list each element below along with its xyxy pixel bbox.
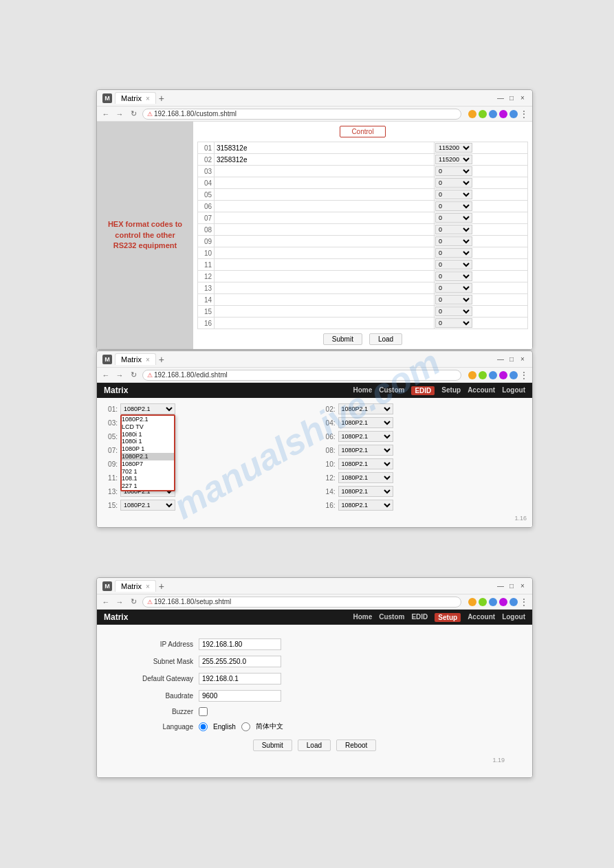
refresh-btn-2[interactable]: ↻: [129, 370, 138, 379]
edid-select-04[interactable]: 1080P2.1: [338, 417, 393, 428]
subnet-mask-input[interactable]: [199, 656, 281, 667]
row-baud-cell[interactable]: 0 9600 19200 38400 57600 115200: [434, 282, 527, 294]
gateway-input[interactable]: [199, 673, 281, 685]
row-baud-cell[interactable]: 0 9600 19200 38400 57600 115200: [434, 177, 527, 189]
row-value-cell[interactable]: [215, 154, 435, 166]
row-value-input[interactable]: [217, 308, 432, 315]
row-baud-select[interactable]: 0 9600 19200 38400 57600 115200: [435, 318, 472, 328]
refresh-btn-1[interactable]: ↻: [129, 109, 138, 118]
submit-btn-3[interactable]: Submit: [253, 739, 292, 751]
row-baud-select[interactable]: 0 9600 19200 38400 57600 115200: [435, 201, 472, 211]
new-tab-btn-3[interactable]: +: [159, 581, 164, 592]
forward-btn-2[interactable]: →: [115, 371, 124, 379]
row-baud-select[interactable]: 0 9600 19200 38400 57600 115200: [435, 260, 472, 269]
maximize-btn-3[interactable]: □: [507, 582, 516, 590]
row-baud-select[interactable]: 0 9600 19200 38400 57600 115200: [435, 166, 472, 176]
row-value-input[interactable]: [217, 179, 432, 187]
buzzer-checkbox[interactable]: [199, 707, 208, 716]
row-baud-select[interactable]: 0 9600 19200 38400 57600 115200: [435, 236, 472, 246]
nav-setup-2[interactable]: Setup: [441, 386, 461, 395]
nav-setup-3[interactable]: Setup: [435, 613, 461, 622]
row-baud-cell[interactable]: 0 9600 19200 38400 57600 115200: [434, 247, 527, 259]
submit-btn-1[interactable]: Submit: [323, 333, 362, 345]
new-tab-btn[interactable]: +: [159, 93, 164, 104]
row-baud-select[interactable]: 0 9600 19200 38400 57600 115200: [435, 190, 472, 199]
edid-select-10[interactable]: 1080P2.1: [338, 458, 393, 469]
nav-home-3[interactable]: Home: [353, 613, 372, 622]
row-baud-select[interactable]: 0 9600 19200 38400 57600 115200: [435, 295, 472, 304]
nav-account-3[interactable]: Account: [468, 613, 495, 622]
row-baud-select[interactable]: 0 9600 19200 38400 57600 115200: [435, 307, 472, 316]
row-baud-cell[interactable]: 0 9600 19200 38400 57600 115200: [434, 236, 527, 247]
back-btn-2[interactable]: ←: [101, 371, 111, 379]
row-value-input[interactable]: [217, 191, 432, 199]
refresh-btn-3[interactable]: ↻: [129, 597, 138, 606]
row-value-cell[interactable]: [215, 142, 435, 154]
row-value-cell[interactable]: [215, 177, 435, 189]
row-value-input[interactable]: [217, 296, 432, 304]
row-value-cell[interactable]: [215, 201, 435, 212]
back-btn-1[interactable]: ←: [101, 110, 111, 118]
row-baud-cell[interactable]: 0 9600 19200 38400 57600 115200: [434, 318, 527, 329]
row-value-input[interactable]: [217, 156, 432, 164]
minimize-btn-2[interactable]: —: [496, 355, 505, 364]
toolbar3-more[interactable]: ⋮: [520, 597, 528, 607]
address-box-3[interactable]: ⚠ 192.168.1.80/setup.shtml: [142, 597, 461, 608]
baudrate-input[interactable]: [199, 690, 281, 702]
row-value-cell[interactable]: [215, 166, 435, 177]
tab-1[interactable]: Matrix ×: [115, 92, 156, 104]
edid-select-06[interactable]: 1080P2.1: [338, 431, 393, 442]
row-baud-select[interactable]: 0 9600 19200 38400 57600 115200: [435, 271, 472, 281]
close-btn-3[interactable]: ×: [518, 582, 527, 590]
tab-3-close[interactable]: ×: [146, 583, 150, 590]
row-baud-cell[interactable]: 0 9600 19200 38400 57600 115200: [434, 294, 527, 306]
row-value-input[interactable]: [217, 203, 432, 210]
row-value-cell[interactable]: [215, 247, 435, 259]
row-baud-select[interactable]: 0 9600 19200 38400 57600 115200: [435, 283, 472, 293]
nav-custom-2[interactable]: Custom: [379, 386, 404, 395]
row-value-input[interactable]: [217, 144, 432, 152]
row-baud-select[interactable]: 0 9600 19200 38400 57600 115200: [435, 178, 472, 188]
reboot-btn-3[interactable]: Reboot: [336, 739, 376, 751]
edid-select-16[interactable]: 1080P2.1: [338, 500, 393, 511]
row-value-input[interactable]: [217, 238, 432, 245]
address-box-2[interactable]: ⚠ 192.168.1.80/edid.shtml: [142, 370, 461, 381]
row-value-input[interactable]: [217, 320, 432, 327]
edid-select-14[interactable]: 1080P2.1: [338, 486, 393, 497]
row-value-cell[interactable]: [215, 236, 435, 247]
tab-2[interactable]: Matrix ×: [115, 353, 156, 365]
row-value-input[interactable]: [217, 261, 432, 269]
edid-select-12[interactable]: 1080P2.1: [338, 472, 393, 483]
forward-btn-1[interactable]: →: [115, 110, 124, 118]
maximize-btn-2[interactable]: □: [507, 355, 516, 364]
tab-2-close[interactable]: ×: [146, 356, 150, 364]
maximize-btn-1[interactable]: □: [507, 94, 516, 102]
row-baud-select[interactable]: 0 9600 19200 38400 57600 115200: [435, 225, 472, 234]
nav-edid-3[interactable]: EDID: [411, 613, 428, 622]
row-value-cell[interactable]: [215, 306, 435, 318]
nav-edid-2[interactable]: EDID: [411, 386, 435, 395]
close-btn-1[interactable]: ×: [518, 94, 527, 102]
row-value-cell[interactable]: [215, 318, 435, 329]
new-tab-btn-2[interactable]: +: [159, 354, 164, 365]
lang-chinese-radio[interactable]: [241, 722, 250, 731]
row-value-cell[interactable]: [215, 282, 435, 294]
row-value-cell[interactable]: [215, 271, 435, 282]
row-baud-select[interactable]: 0 9600 19200 38400 57600 115200: [435, 248, 472, 258]
close-btn-2[interactable]: ×: [518, 355, 527, 364]
row-baud-cell[interactable]: 0 9600 19200 38400 57600 115200: [434, 201, 527, 212]
row-baud-cell[interactable]: 0 9600 19200 38400 57600 115200: [434, 271, 527, 282]
row-baud-cell[interactable]: 0 9600 19200 38400 57600 115200: [434, 224, 527, 236]
nav-logout-3[interactable]: Logout: [502, 613, 525, 622]
lang-english-radio[interactable]: [199, 722, 208, 731]
row-value-input[interactable]: [217, 273, 432, 280]
address-box-1[interactable]: ⚠ 192.168.1.80/custom.shtml: [142, 109, 461, 120]
edid-select-01[interactable]: 1080P2.1LCD TV1080i 11080i 11080P 11080P…: [120, 414, 175, 491]
row-value-input[interactable]: [217, 285, 432, 292]
row-value-cell[interactable]: [215, 224, 435, 236]
row-baud-cell[interactable]: 0 9600 19200 38400 57600 115200: [434, 259, 527, 271]
nav-account-2[interactable]: Account: [468, 386, 495, 395]
row-baud-select[interactable]: 0 9600 19200 38400 57600 115200: [435, 213, 472, 223]
row-value-cell[interactable]: [215, 294, 435, 306]
row-value-input[interactable]: [217, 168, 432, 175]
